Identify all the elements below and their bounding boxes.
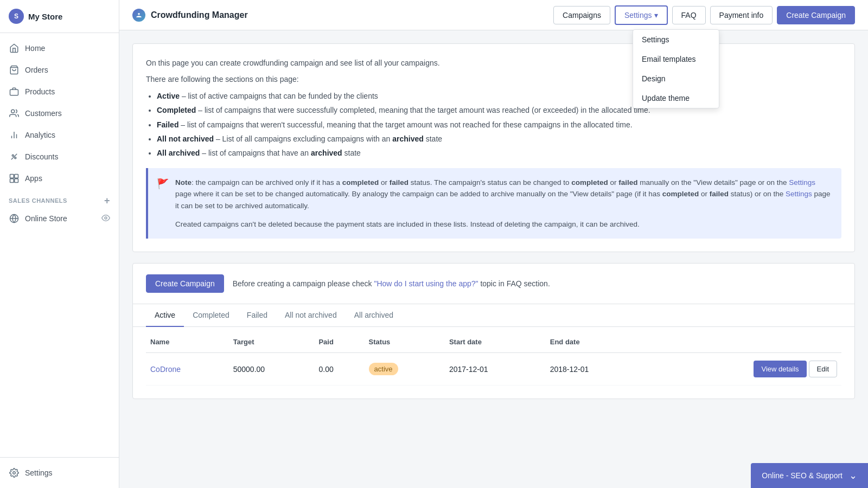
td-paid: 0.00 [314, 353, 364, 386]
edit-button[interactable]: Edit [809, 361, 837, 377]
page-content: On this page you can create crowdfunding… [119, 30, 868, 488]
sales-channels-title: SALES CHANNELS + [0, 189, 119, 208]
table-header-row: Name Target Paid Status Start date End d… [146, 331, 841, 353]
deleted-note: Created campaigns can't be deleted becau… [175, 219, 833, 230]
sidebar-item-orders[interactable]: Orders [0, 59, 119, 81]
support-label: Online - SEO & Support [762, 471, 843, 480]
sidebar-item-label: Settings [25, 468, 53, 477]
topbar: Crowdfunding Manager Campaigns Settings … [119, 0, 868, 30]
td-status: active [365, 353, 445, 386]
sidebar-item-customers[interactable]: Customers [0, 102, 119, 124]
th-name: Name [146, 331, 229, 353]
svg-point-7 [15, 157, 16, 159]
bullets-list: Active – list of active campaigns that c… [157, 90, 841, 159]
dropdown-item-settings[interactable]: Settings [633, 30, 719, 49]
apps-icon [9, 173, 20, 184]
online-store-label: Online Store [25, 214, 67, 223]
online-store-icon [9, 213, 20, 224]
discounts-icon [9, 151, 20, 162]
settings-link-2[interactable]: Settings [786, 190, 812, 198]
sidebar-item-apps[interactable]: Apps [0, 168, 119, 189]
sidebar: S My Store Home Orders Products Custome [0, 0, 119, 488]
shopify-logo-icon: S [9, 9, 24, 24]
th-paid: Paid [314, 331, 364, 353]
create-campaign-button[interactable]: Create Campaign [777, 6, 855, 24]
campaign-tabs: Active Completed Failed All not archived… [133, 304, 854, 327]
sidebar-logo: S My Store [0, 0, 119, 33]
sidebar-item-online-store[interactable]: Online Store [0, 208, 119, 229]
sidebar-item-settings[interactable]: Settings [0, 462, 119, 484]
settings-link-1[interactable]: Settings [789, 178, 815, 187]
chevron-down-icon: ▾ [654, 11, 658, 20]
tab-all-not-archived[interactable]: All not archived [276, 304, 346, 327]
sidebar-footer: Settings [0, 457, 119, 488]
store-name: My Store [28, 12, 62, 21]
sidebar-item-home[interactable]: Home [0, 37, 119, 59]
flag-icon: 🚩 [157, 178, 169, 190]
campaign-name-link[interactable]: CoDrone [150, 365, 181, 374]
th-status: Status [365, 331, 445, 353]
support-bar[interactable]: Online - SEO & Support ⌄ [751, 463, 868, 488]
status-badge: active [369, 363, 398, 375]
faq-link[interactable]: "How do I start using the app?" [374, 279, 478, 288]
dropdown-item-update-theme[interactable]: Update theme [633, 88, 719, 108]
tab-failed[interactable]: Failed [238, 304, 276, 327]
payment-info-button[interactable]: Payment info [710, 6, 773, 24]
campaigns-table-wrap: Name Target Paid Status Start date End d… [133, 331, 854, 399]
faq-button[interactable]: FAQ [672, 6, 706, 24]
sidebar-item-label: Customers [25, 109, 62, 118]
settings-dropdown-menu: Settings Email templates Design Update t… [633, 29, 719, 108]
sidebar-item-label: Home [25, 44, 45, 53]
settings-dropdown-button[interactable]: Settings ▾ [615, 5, 668, 25]
campaign-card: Create Campaign Before creating a campai… [132, 263, 855, 399]
bullet-failed: Failed – list of campaigns that weren't … [157, 119, 841, 131]
svg-rect-10 [15, 175, 18, 178]
table-row: CoDrone 50000.00 0.00 active 2017-12-01 … [146, 353, 841, 386]
th-target: Target [229, 331, 315, 353]
add-sales-channel-button[interactable]: + [104, 196, 110, 206]
dropdown-item-design[interactable]: Design [633, 69, 719, 88]
bullet-all-not-archived: All not archived – List of all campaigns… [157, 133, 841, 145]
sidebar-item-discounts[interactable]: Discounts [0, 146, 119, 168]
svg-rect-1 [10, 89, 18, 95]
eye-icon [101, 214, 110, 224]
intro-text-1: On this page you can create crowdfunding… [146, 57, 841, 69]
campaigns-button[interactable]: Campaigns [553, 6, 610, 24]
bullet-all-archived: All archived – list of campaigns that ha… [157, 147, 841, 159]
dropdown-item-email-templates[interactable]: Email templates [633, 49, 719, 69]
chevron-down-icon: ⌄ [849, 470, 857, 481]
td-end-date: 2018-12-01 [546, 353, 647, 386]
sidebar-item-label: Analytics [25, 131, 55, 139]
customers-icon [9, 108, 20, 119]
settings-icon [9, 467, 20, 478]
svg-point-16 [13, 472, 16, 474]
sidebar-nav: Home Orders Products Customers Analytics [0, 33, 119, 457]
svg-rect-9 [10, 175, 14, 178]
svg-rect-12 [15, 179, 18, 183]
app-title: Crowdfunding Manager [132, 9, 248, 22]
sidebar-item-analytics[interactable]: Analytics [0, 124, 119, 146]
tab-completed[interactable]: Completed [184, 304, 238, 327]
create-campaign-button-2[interactable]: Create Campaign [146, 274, 224, 293]
svg-rect-11 [10, 179, 14, 183]
sidebar-item-products[interactable]: Products [0, 81, 119, 102]
home-icon [9, 43, 20, 54]
th-start-date: Start date [445, 331, 546, 353]
tab-all-archived[interactable]: All archived [346, 304, 402, 327]
th-end-date: End date [546, 331, 647, 353]
campaign-header: Create Campaign Before creating a campai… [133, 264, 854, 304]
view-details-button[interactable]: View details [754, 361, 806, 377]
td-target: 50000.00 [229, 353, 315, 386]
sidebar-item-label: Products [25, 87, 55, 96]
bullet-active: Active – list of active campaigns that c… [157, 90, 841, 102]
note-text: Note: the campaign can be archived only … [175, 177, 833, 212]
note-box: 🚩 Note: the campaign can be archived onl… [146, 168, 841, 239]
svg-point-6 [12, 155, 14, 156]
main: Crowdfunding Manager Campaigns Settings … [119, 0, 868, 488]
bullet-completed: Completed – list of campaigns that were … [157, 104, 841, 116]
svg-point-2 [11, 110, 15, 113]
faq-text: Before creating a campaign please check … [233, 279, 550, 288]
svg-point-17 [138, 12, 140, 15]
tab-active[interactable]: Active [146, 304, 184, 327]
campaigns-table: Name Target Paid Status Start date End d… [146, 331, 841, 386]
